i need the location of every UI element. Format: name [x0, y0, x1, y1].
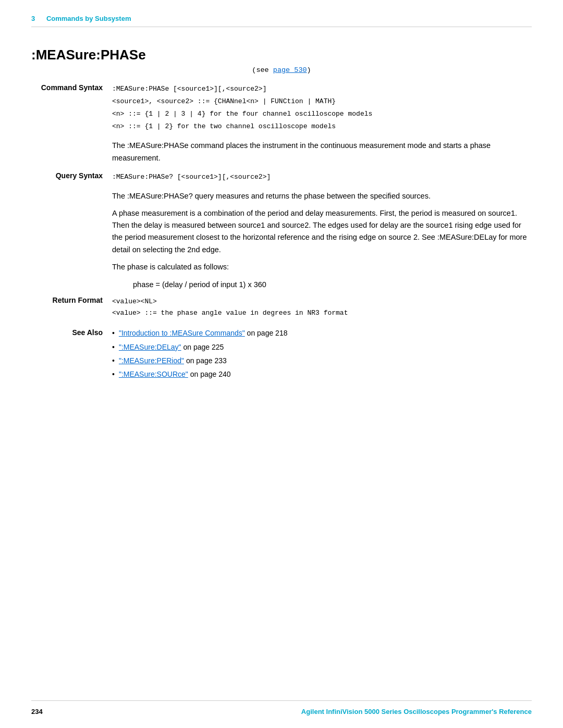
query-syntax-label: Query Syntax: [31, 171, 112, 180]
see-page: (see page 530): [31, 66, 532, 74]
footer: 234 Agilent InfiniVision 5000 Series Osc…: [0, 708, 563, 715]
command-syntax-label: Command Syntax: [31, 83, 112, 92]
see-page-suffix: ): [307, 66, 311, 74]
query-syntax-section: Query Syntax :MEASure:PHASe? [<source1>]…: [31, 171, 532, 184]
return-line-1: <value><NL>: [112, 298, 157, 305]
page-title: :MEASure:PHASe: [31, 47, 532, 63]
return-format-section: Return Format <value><NL> <value> ::= th…: [31, 296, 532, 319]
footer-title: Agilent InfiniVision 5000 Series Oscillo…: [301, 708, 532, 715]
query-desc1: The :MEASure:PHASe? query measures and r…: [112, 190, 532, 202]
cmd-line-4: <n> ::= {1 | 2} for the two channel osci…: [112, 121, 532, 132]
see-also-item-1-text: "Introduction to :MEASure Commands" on p…: [119, 327, 288, 339]
see-also-item-4: • ":MEASure:SOURce" on page 240: [112, 368, 532, 380]
phase-formula-block: phase = (delay / period of input 1) x 36…: [133, 280, 532, 289]
breadcrumb-text: Commands by Subsystem: [46, 15, 131, 22]
cmd-line-1: :MEASure:PHASe [<source1>][,<source2>]: [112, 83, 532, 95]
see-also-suffix-1: on page 218: [245, 329, 288, 337]
return-format-content: <value><NL> <value> ::= the phase angle …: [112, 296, 532, 319]
see-also-item-4-text: ":MEASure:SOURce" on page 240: [119, 368, 231, 380]
return-format-label: Return Format: [31, 296, 112, 304]
phase-intro: The phase is calculated as follows:: [112, 261, 532, 273]
header-breadcrumb: 3 Commands by Subsystem: [0, 0, 563, 22]
command-description: The :MEASure:PHASe command places the in…: [112, 140, 532, 164]
bullet-3: •: [112, 355, 115, 366]
see-also-item-3: • ":MEASure:PERiod" on page 233: [112, 355, 532, 366]
command-syntax-content: :MEASure:PHASe [<source1>][,<source2>] <…: [112, 83, 532, 133]
command-syntax-section: Command Syntax :MEASure:PHASe [<source1>…: [31, 83, 532, 133]
bullet-2: •: [112, 341, 115, 353]
see-also-link-4[interactable]: ":MEASure:SOURce": [119, 370, 188, 378]
bullet-4: •: [112, 368, 115, 380]
query-line-1: :MEASure:PHASe? [<source1>][,<source2>]: [112, 171, 532, 183]
query-descriptions: The :MEASure:PHASe? query measures and r…: [112, 190, 532, 273]
see-also-item-1: • "Introduction to :MEASure Commands" on…: [112, 327, 532, 339]
see-also-content: • "Introduction to :MEASure Commands" on…: [112, 327, 532, 382]
footer-page-number: 234: [31, 708, 43, 715]
see-also-label: See Also: [31, 327, 112, 337]
query-desc2: A phase measurement is a combination of …: [112, 207, 532, 256]
see-also-item-2-text: ":MEASure:DELay" on page 225: [119, 341, 224, 353]
main-content: :MEASure:PHASe (see page 530) Command Sy…: [0, 27, 563, 417]
see-page-prefix: (see: [252, 66, 273, 74]
see-also-item-2: • ":MEASure:DELay" on page 225: [112, 341, 532, 353]
see-also-item-3-text: ":MEASure:PERiod" on page 233: [119, 355, 227, 366]
chapter-number: 3: [31, 15, 35, 22]
see-also-link-1[interactable]: "Introduction to :MEASure Commands": [119, 329, 245, 337]
see-also-section: See Also • "Introduction to :MEASure Com…: [31, 327, 532, 382]
bullet-1: •: [112, 327, 115, 339]
cmd-line-2: <source1>, <source2> ::= {CHANnel<n> | F…: [112, 96, 532, 107]
query-syntax-content: :MEASure:PHASe? [<source1>][,<source2>]: [112, 171, 532, 184]
phase-formula: phase = (delay / period of input 1) x 36…: [133, 280, 266, 289]
see-also-suffix-4: on page 240: [188, 370, 231, 378]
cmd-line-3: <n> ::= {1 | 2 | 3 | 4} for the four cha…: [112, 108, 532, 120]
see-also-suffix-3: on page 233: [184, 356, 227, 365]
see-also-suffix-2: on page 225: [181, 343, 224, 351]
page-container: 3 Commands by Subsystem :MEASure:PHASe (…: [0, 0, 563, 728]
bottom-divider: [31, 700, 532, 701]
see-also-link-3[interactable]: ":MEASure:PERiod": [119, 356, 184, 365]
return-line-2: <value> ::= the phase angle value in deg…: [112, 309, 348, 317]
page-530-link[interactable]: page 530: [273, 66, 307, 74]
command-desc-text: The :MEASure:PHASe command places the in…: [112, 140, 532, 164]
see-also-link-2[interactable]: ":MEASure:DELay": [119, 343, 181, 351]
